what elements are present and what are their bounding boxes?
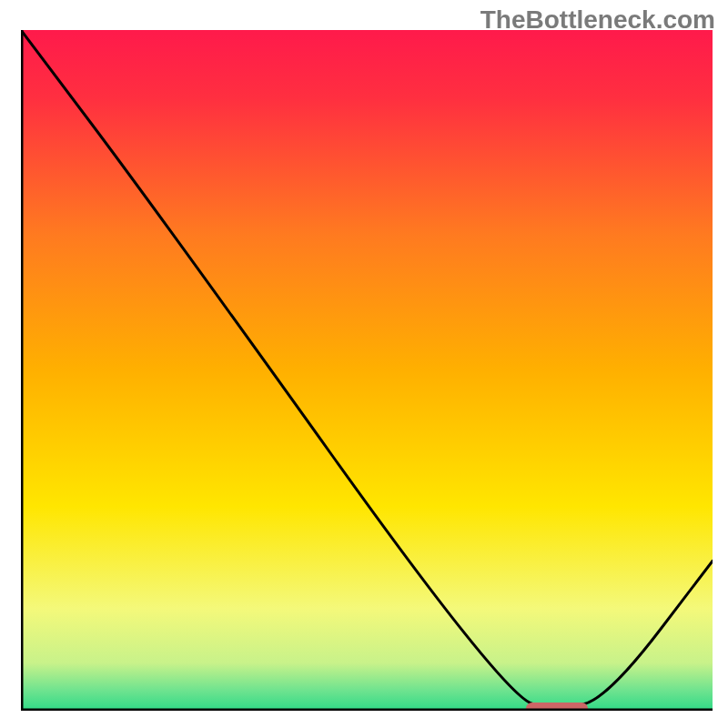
plot-background [21,30,713,711]
plot-svg [21,30,713,711]
bottleneck-plot [21,30,713,711]
chart-container: TheBottleneck.com [0,0,728,728]
